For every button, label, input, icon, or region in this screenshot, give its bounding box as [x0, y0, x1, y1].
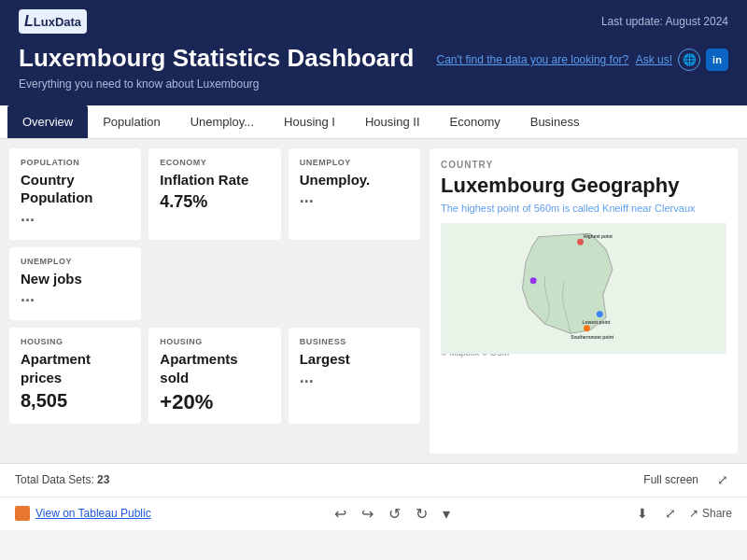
tab-business[interactable]: Business	[515, 105, 595, 138]
download-button[interactable]: ⬇	[633, 504, 652, 523]
map-container: Highest point Lowest point Southernmost …	[441, 223, 726, 344]
card-value: 4.75%	[160, 192, 269, 212]
card-apartment-prices[interactable]: HOUSING Apartment prices 8,505	[9, 328, 141, 424]
logo-box: L LuxData	[19, 9, 87, 34]
ask-text: Can't find the data you are looking for?…	[437, 53, 672, 66]
header-right: Last update: August 2024	[601, 15, 728, 28]
svg-text:Highest point: Highest point	[584, 234, 613, 239]
revert-button[interactable]: ↺	[385, 503, 404, 525]
tab-economy[interactable]: Economy	[435, 105, 515, 138]
svg-text:Southernmost point: Southernmost point	[571, 335, 613, 340]
map-card: COUNTRY Luxembourg Geography The highest…	[430, 148, 738, 454]
card-apartments-sold[interactable]: HOUSING Apartments sold +20%	[148, 328, 280, 424]
expand-button[interactable]: ⤢	[661, 504, 680, 523]
tableau-left: View on Tableau Public	[15, 506, 151, 521]
footer-right: Full screen ⤢	[643, 470, 732, 489]
card-category: BUSINESS	[300, 337, 409, 346]
tab-population[interactable]: Population	[88, 105, 175, 138]
svg-point-2	[597, 311, 603, 317]
card-population[interactable]: POPULATION Country Population ···	[9, 148, 141, 240]
last-update-text: Last update: August 2024	[601, 15, 728, 28]
tableau-right: ⬇ ⤢ ↗ Share	[633, 504, 732, 523]
map-country-label: COUNTRY	[441, 160, 726, 170]
logo-l-icon: L	[24, 13, 34, 30]
card-category: ECONOMY	[160, 158, 269, 167]
card-category: HOUSING	[160, 337, 269, 346]
share-button[interactable]: ↗ Share	[689, 507, 732, 520]
page-subtitle: Everything you need to know about Luxemb…	[19, 77, 414, 91]
footer-bar: Total Data Sets: 23 Full screen ⤢	[0, 463, 747, 497]
tab-overview[interactable]: Overview	[7, 105, 88, 138]
card-title: Inflation Rate	[160, 171, 269, 189]
map-description: The highest point of 560m is called Knei…	[441, 202, 726, 216]
svg-text:Lowest point: Lowest point	[583, 320, 611, 325]
card-value: ···	[300, 372, 409, 392]
full-screen-label: Full screen	[643, 473, 698, 486]
card-new-jobs[interactable]: UNEMPLOY New jobs ···	[9, 247, 141, 321]
card-unemployment[interactable]: UNEMPLOY Unemploy. ···	[289, 148, 420, 240]
card-category: UNEMPLOY	[300, 158, 409, 167]
header: L LuxData Last update: August 2024 Luxem…	[0, 0, 747, 105]
map-title: Luxembourg Geography	[441, 174, 726, 198]
ask-link[interactable]: Ask us!	[636, 53, 672, 66]
card-title: New jobs	[21, 270, 130, 288]
card-category: UNEMPLOY	[21, 257, 130, 266]
tab-unemployment[interactable]: Unemploy...	[176, 105, 269, 138]
tab-housing-1[interactable]: Housing I	[269, 105, 350, 138]
card-title: Apartment prices	[21, 350, 130, 386]
card-title: Apartments sold	[160, 350, 269, 386]
svg-marker-0	[522, 233, 613, 333]
page-title: Luxembourg Statistics Dashboard	[19, 43, 414, 74]
svg-point-4	[530, 277, 537, 284]
tableau-icon	[15, 506, 30, 521]
card-business[interactable]: BUSINESS Largest ···	[289, 328, 420, 424]
redo-button[interactable]: ↪	[358, 503, 377, 525]
tableau-link[interactable]: View on Tableau Public	[35, 507, 151, 520]
logo-area: L LuxData	[19, 9, 87, 34]
dropdown-button[interactable]: ▾	[439, 503, 454, 525]
card-value: ···	[21, 211, 130, 231]
card-title: Unemploy.	[300, 171, 409, 189]
card-title: Country Population	[21, 171, 130, 207]
share-icon: ↗	[689, 507, 698, 520]
tab-housing-2[interactable]: Housing II	[350, 105, 435, 138]
full-screen-button[interactable]: ⤢	[713, 470, 732, 489]
card-value: +20%	[160, 390, 269, 414]
undo-button[interactable]: ↩	[331, 503, 350, 525]
card-category: HOUSING	[21, 337, 130, 346]
card-title: Largest	[300, 350, 409, 369]
total-datasets: Total Data Sets: 23	[15, 473, 109, 486]
forward-button[interactable]: ↻	[412, 503, 431, 525]
card-value: 8,505	[21, 390, 130, 412]
logo-name: LuxData	[34, 15, 81, 29]
share-label: Share	[702, 507, 732, 520]
card-category: POPULATION	[21, 158, 130, 167]
linkedin-icon[interactable]: in	[706, 49, 728, 71]
svg-point-1	[577, 239, 584, 245]
card-inflation[interactable]: ECONOMY Inflation Rate 4.75%	[148, 148, 280, 240]
tableau-center-controls: ↩ ↪ ↺ ↻ ▾	[331, 503, 454, 525]
main-content: POPULATION Country Population ··· ECONOM…	[0, 139, 747, 463]
tab-bar: Overview Population Unemploy... Housing …	[0, 105, 747, 139]
card-value: ···	[21, 291, 130, 311]
tableau-footer: View on Tableau Public ↩ ↪ ↺ ↻ ▾ ⬇ ⤢ ↗ S…	[0, 497, 747, 530]
globe-icon[interactable]: 🌐	[678, 49, 700, 71]
svg-point-3	[584, 325, 590, 331]
card-value: ···	[300, 192, 409, 212]
